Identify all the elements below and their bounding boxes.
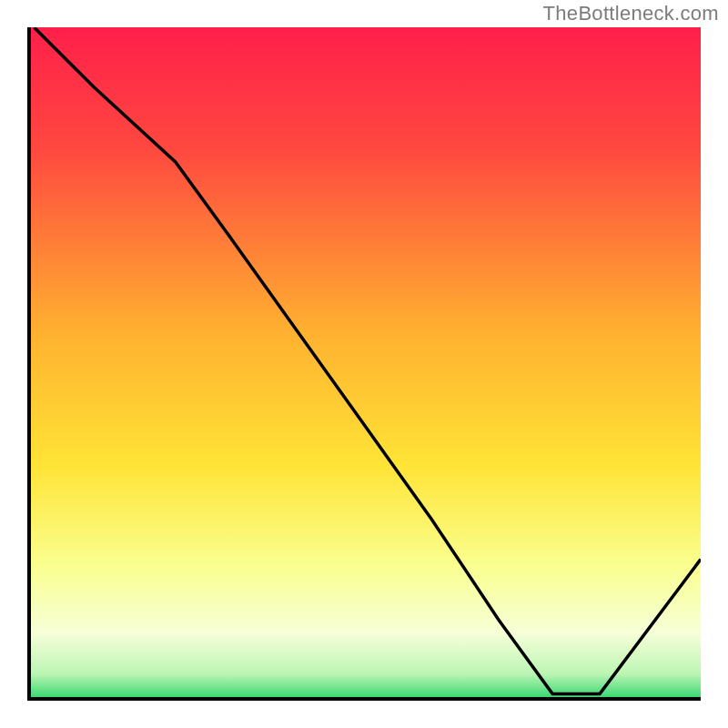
watermark-label: TheBottleneck.com — [543, 2, 719, 25]
x-axis — [27, 697, 701, 701]
y-axis — [27, 27, 31, 701]
chart-frame: TheBottleneck.com — [0, 0, 728, 728]
plot-area — [27, 27, 701, 701]
curve-line — [27, 27, 701, 701]
